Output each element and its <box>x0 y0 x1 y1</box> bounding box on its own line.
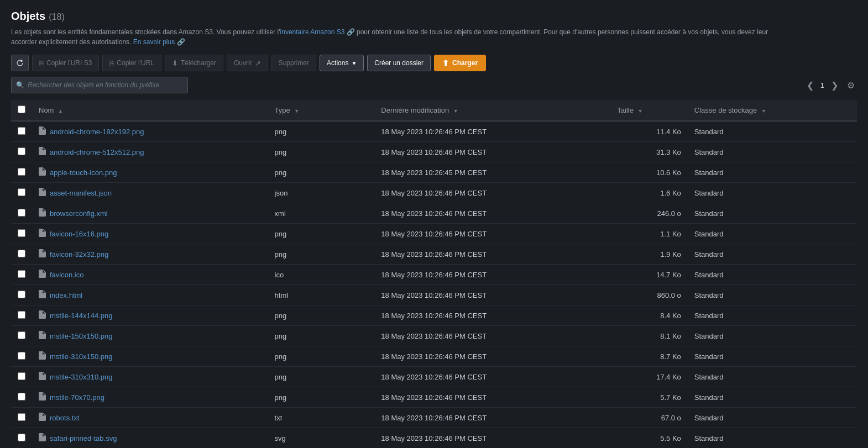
row-storage-class-cell: Standard <box>688 244 857 265</box>
file-name-link[interactable]: mstile-144x144.png <box>39 310 262 320</box>
row-size-cell: 8.7 Ko <box>610 346 688 367</box>
row-modified-cell: 18 May 2023 10:26:46 PM CEST <box>374 285 610 305</box>
row-name-cell: android-chrome-192x192.png <box>32 121 268 142</box>
refresh-button[interactable] <box>11 55 29 71</box>
row-checkbox[interactable] <box>18 229 25 237</box>
table-row: asset-manifest.jsonjson18 May 2023 10:26… <box>11 183 857 203</box>
col-header-name[interactable]: Nom <box>32 100 268 121</box>
row-checkbox-cell <box>11 203 32 224</box>
actions-button[interactable]: Actions ▼ <box>320 55 364 71</box>
row-checkbox[interactable] <box>18 168 25 176</box>
row-checkbox[interactable] <box>18 352 25 360</box>
next-page-button[interactable]: ❯ <box>829 79 840 92</box>
delete-button[interactable]: Supprimer <box>271 55 316 71</box>
upload-button[interactable]: ⬆ Charger <box>434 55 486 71</box>
prev-page-button[interactable]: ❮ <box>804 79 816 92</box>
file-name-link[interactable]: mstile-310x310.png <box>39 372 262 382</box>
row-checkbox-cell <box>11 265 32 285</box>
file-name-link[interactable]: android-chrome-192x192.png <box>39 127 262 136</box>
row-type-cell: svg <box>268 428 375 449</box>
file-icon <box>39 433 46 443</box>
page-number: 1 <box>820 81 824 89</box>
file-name-link[interactable]: asset-manifest.json <box>39 188 262 198</box>
download-icon: ⬇ <box>172 59 178 67</box>
page-count: (18) <box>49 12 64 22</box>
open-button[interactable]: Ouvrir ↗ <box>227 55 268 71</box>
row-type-cell: png <box>268 142 375 162</box>
row-checkbox[interactable] <box>18 209 25 217</box>
file-name-link[interactable]: android-chrome-512x512.png <box>39 147 262 157</box>
row-checkbox[interactable] <box>18 127 25 135</box>
file-name-text: android-chrome-192x192.png <box>50 128 144 136</box>
file-name-link[interactable]: favicon-16x16.png <box>39 229 262 239</box>
select-all-checkbox[interactable] <box>18 106 25 113</box>
row-modified-cell: 18 May 2023 10:26:46 PM CEST <box>374 408 610 428</box>
file-name-link[interactable]: safari-pinned-tab.svg <box>39 433 262 443</box>
row-size-cell: 1.6 Ko <box>610 183 688 203</box>
row-name-cell: mstile-144x144.png <box>32 305 268 326</box>
file-name-text: mstile-310x310.png <box>50 373 112 381</box>
file-name-text: robots.txt <box>50 414 79 422</box>
row-type-cell: png <box>268 244 375 265</box>
size-sort-icon <box>638 108 643 114</box>
file-icon <box>39 351 46 361</box>
file-icon <box>39 208 46 218</box>
row-storage-class-cell: Standard <box>688 305 857 326</box>
row-checkbox[interactable] <box>18 291 25 298</box>
page-title: Objets <box>11 10 45 23</box>
select-all-header[interactable] <box>11 100 32 121</box>
row-checkbox[interactable] <box>18 393 25 400</box>
search-input[interactable] <box>28 81 183 89</box>
inventory-link[interactable]: inventaire Amazon S3 <box>280 28 345 36</box>
file-name-link[interactable]: favicon-32x32.png <box>39 249 262 259</box>
file-name-link[interactable]: favicon.ico <box>39 270 262 280</box>
row-checkbox[interactable] <box>18 434 25 441</box>
row-checkbox-cell <box>11 428 32 449</box>
row-checkbox[interactable] <box>18 331 25 339</box>
row-name-cell: apple-touch-icon.png <box>32 162 268 183</box>
row-checkbox[interactable] <box>18 188 25 196</box>
copy-url-button[interactable]: ⎘ Copier l'URL <box>102 55 161 71</box>
row-checkbox[interactable] <box>18 250 25 257</box>
file-name-text: mstile-310x150.png <box>50 352 112 361</box>
row-type-cell: png <box>268 367 375 387</box>
row-checkbox[interactable] <box>18 147 25 155</box>
table-body: android-chrome-192x192.pngpng18 May 2023… <box>11 121 857 448</box>
row-size-cell: 5.7 Ko <box>610 387 688 408</box>
row-type-cell: txt <box>268 408 375 428</box>
row-name-cell: mstile-310x150.png <box>32 346 268 367</box>
row-type-cell: ico <box>268 265 375 285</box>
row-name-cell: favicon-32x32.png <box>32 244 268 265</box>
copy-icon: ⎘ <box>39 59 44 67</box>
col-header-type[interactable]: Type <box>268 100 375 121</box>
file-name-link[interactable]: robots.txt <box>39 413 262 423</box>
objects-table: Nom Type Dernière modification Taille Cl… <box>11 100 857 448</box>
file-name-link[interactable]: browserconfig.xml <box>39 208 262 218</box>
col-header-storage-class[interactable]: Classe de stockage <box>688 100 857 121</box>
row-checkbox-cell <box>11 224 32 244</box>
file-name-link[interactable]: mstile-310x150.png <box>39 351 262 361</box>
file-name-link[interactable]: mstile-150x150.png <box>39 331 262 341</box>
row-type-cell: html <box>268 285 375 305</box>
row-checkbox[interactable] <box>18 372 25 380</box>
table-row: mstile-144x144.pngpng18 May 2023 10:26:4… <box>11 305 857 326</box>
file-name-link[interactable]: index.html <box>39 290 262 300</box>
file-name-link[interactable]: mstile-70x70.png <box>39 392 262 402</box>
row-storage-class-cell: Standard <box>688 121 857 142</box>
download-button[interactable]: ⬇ Télécharger <box>165 55 223 71</box>
learn-more-link[interactable]: En savoir plus <box>133 38 175 46</box>
table-header-row: Nom Type Dernière modification Taille Cl… <box>11 100 857 121</box>
row-checkbox[interactable] <box>18 413 25 421</box>
row-modified-cell: 18 May 2023 10:26:46 PM CEST <box>374 387 610 408</box>
row-size-cell: 31.3 Ko <box>610 142 688 162</box>
file-icon <box>39 331 46 341</box>
file-name-link[interactable]: apple-touch-icon.png <box>39 167 262 177</box>
settings-button[interactable]: ⚙ <box>845 79 857 92</box>
col-header-last-modified[interactable]: Dernière modification <box>374 100 610 121</box>
copy-s3uri-button[interactable]: ⎘ Copier l'URI S3 <box>32 55 99 71</box>
create-folder-button[interactable]: Créer un dossier <box>367 55 431 71</box>
col-header-size[interactable]: Taille <box>610 100 688 121</box>
row-checkbox[interactable] <box>18 270 25 278</box>
row-name-cell: robots.txt <box>32 408 268 428</box>
row-checkbox[interactable] <box>18 311 25 319</box>
